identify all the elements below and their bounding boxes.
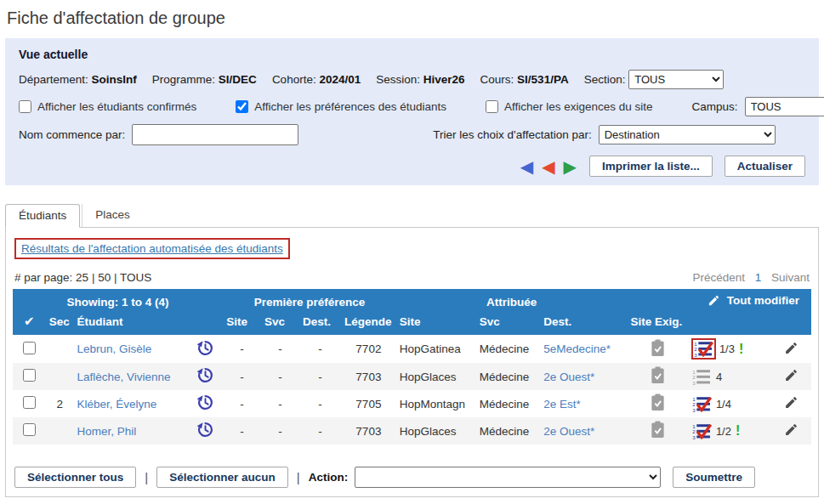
per-page-control: # par page: 25 | 50 | TOUS <box>14 271 151 284</box>
sort-select[interactable]: Destination <box>599 125 776 144</box>
attr-dest-link[interactable]: 2e Est* <box>543 398 581 411</box>
student-name-link[interactable]: Homer, Phil <box>77 425 137 438</box>
table-row: Homer, Phil - - - 7703 HopGlaces Médecin… <box>13 417 811 445</box>
col-site-exig: Site Exig. <box>627 311 687 335</box>
site-requirements-button[interactable] <box>650 347 666 360</box>
pref-site: - <box>223 335 261 363</box>
cohorte-label: Cohorte: <box>272 73 316 86</box>
preference-list-button[interactable]: 123 <box>692 402 712 415</box>
preference-list-button[interactable]: 123 <box>694 347 713 360</box>
preference-list-button[interactable]: 123 <box>692 429 712 442</box>
pref-site: - <box>223 363 261 390</box>
row-select-checkbox[interactable] <box>23 342 36 354</box>
show-preferences-input[interactable] <box>236 100 248 113</box>
row-select-checkbox[interactable] <box>23 369 36 382</box>
tab-etudiants[interactable]: Étudiants <box>5 204 80 228</box>
auto-assignment-results-link[interactable]: Résultats de l'affectation automatisée d… <box>21 242 283 255</box>
history-button[interactable] <box>196 421 214 439</box>
col-attr-site: Site <box>396 311 476 335</box>
name-starts-input[interactable] <box>132 124 298 145</box>
edit-row-button[interactable] <box>784 341 798 355</box>
history-button[interactable] <box>196 339 214 357</box>
row-select-checkbox[interactable] <box>23 423 36 436</box>
attr-site: HopGlaces <box>396 363 476 390</box>
attr-site: HopGatinea <box>396 335 476 363</box>
row-select-checkbox[interactable] <box>23 396 36 409</box>
col-attr-dest: Dest. <box>540 311 627 335</box>
pagination-page-1[interactable]: 1 <box>755 271 762 284</box>
nav-back-red-arrow-icon[interactable]: ◀ <box>542 158 554 175</box>
print-list-button[interactable]: Imprimer la liste... <box>589 156 713 177</box>
pref-dest: - <box>299 390 341 417</box>
table-column-header-row: ✔ Sec Étudiant Site Svc Dest. Légende Si… <box>13 311 811 335</box>
show-preferences-checkbox[interactable]: Afficher les préférences des étudiants <box>236 100 446 113</box>
student-name-link[interactable]: Lebrun, Gisèle <box>77 343 152 355</box>
section-field: Section: TOUS <box>584 70 725 89</box>
table-row: Laflèche, Vivienne - - - 7703 HopGlaces … <box>13 363 811 390</box>
sort-label: Trier les choix d'affectation par: <box>433 128 591 141</box>
attr-dest-link[interactable]: 5eMedecine* <box>543 343 611 355</box>
per-page-all[interactable]: TOUS <box>120 271 151 284</box>
separator: | <box>145 470 148 484</box>
history-button[interactable] <box>196 366 214 384</box>
preference-list-button[interactable]: 123 <box>692 375 712 388</box>
student-name-link[interactable]: Kléber, Évelyne <box>77 398 157 411</box>
student-name-link[interactable]: Laflèche, Vivienne <box>77 371 171 383</box>
pencil-icon <box>784 422 798 437</box>
action-select[interactable] <box>355 467 661 488</box>
edit-row-button[interactable] <box>784 395 798 410</box>
row-sec <box>46 335 74 363</box>
history-icon <box>196 366 214 384</box>
show-requirements-input[interactable] <box>486 100 498 113</box>
pref-svc: - <box>261 335 299 363</box>
per-page-label: # par page: <box>14 271 72 284</box>
context-row: Département: SoinsInf Programme: SI/DEC … <box>19 70 805 89</box>
select-all-button[interactable]: Sélectionner tous <box>14 467 136 488</box>
per-page-50[interactable]: 50 <box>98 271 111 284</box>
programme-field: Programme: SI/DEC <box>152 73 257 86</box>
campus-field: Campus: TOUS <box>692 97 824 116</box>
pagination-previous[interactable]: Précédent <box>692 271 745 284</box>
col-edit <box>771 311 811 335</box>
show-confirmed-checkbox[interactable]: Afficher les étudiants confirmés <box>19 100 196 113</box>
show-confirmed-input[interactable] <box>19 100 31 113</box>
attr-dest-link[interactable]: 2e Ouest* <box>543 371 594 383</box>
select-none-button[interactable]: Sélectionner aucun <box>156 467 288 488</box>
col-pref-svc: Svc <box>261 311 299 335</box>
row-sec <box>46 363 74 390</box>
attr-dest-link[interactable]: 2e Ouest* <box>543 425 594 438</box>
nav-forward-green-arrow-icon[interactable]: ▶ <box>564 158 577 175</box>
svg-text:3: 3 <box>692 407 696 412</box>
tab-places[interactable]: Places <box>82 204 143 227</box>
clipboard-check-icon <box>650 339 666 357</box>
edit-row-button[interactable] <box>784 368 798 382</box>
site-requirements-button[interactable] <box>650 374 666 387</box>
history-icon <box>196 394 214 411</box>
history-icon <box>196 421 214 439</box>
edit-row-button[interactable] <box>784 422 798 437</box>
campus-select[interactable]: TOUS <box>745 97 824 116</box>
refresh-button[interactable]: Actualiser <box>725 156 805 177</box>
site-requirements-button[interactable] <box>650 428 666 441</box>
edit-all-label: Tout modifier <box>727 294 799 307</box>
site-requirements-button[interactable] <box>650 401 666 414</box>
show-requirements-checkbox[interactable]: Afficher les exigences du site <box>486 100 653 113</box>
section-label: Section: <box>584 73 626 86</box>
page-title: Fiche d'affectation de groupe <box>0 0 824 38</box>
per-page-sep: | <box>92 271 95 284</box>
edit-all-button[interactable]: Tout modifier <box>708 294 799 307</box>
history-button[interactable] <box>196 394 214 411</box>
pagination-next[interactable]: Suivant <box>771 271 810 284</box>
per-page-25[interactable]: 25 <box>76 271 88 284</box>
sort-field: Trier les choix d'affectation par: Desti… <box>433 125 775 144</box>
submit-button[interactable]: Soumettre <box>673 467 755 488</box>
show-preferences-label: Afficher les préférences des étudiants <box>254 100 446 113</box>
pref-dest: - <box>299 335 341 363</box>
preference-list-box: 123 <box>691 368 713 386</box>
nav-back-blue-arrow-icon[interactable]: ◀ <box>520 158 533 175</box>
panel-actions-row: ◀ ◀ ▶ Imprimer la liste... Actualiser <box>19 156 805 177</box>
section-select[interactable]: TOUS <box>628 70 724 89</box>
col-attr-svc: Svc <box>476 311 541 335</box>
cours-label: Cours: <box>480 73 514 86</box>
col-pref-dest: Dest. <box>299 311 341 335</box>
